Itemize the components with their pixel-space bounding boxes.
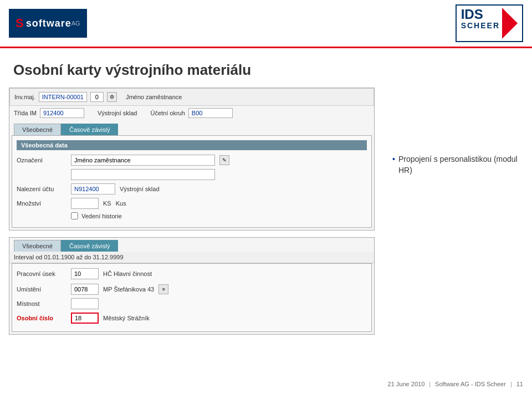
mp-label: MP Štefánikova 43: [103, 286, 154, 293]
section-header-1: Všeobecná data: [17, 140, 367, 150]
top-info-row2: Třída IM 912400 Výstrojní sklad Účetní o…: [9, 106, 374, 121]
mistnost-input[interactable]: [71, 298, 99, 309]
trida-label: Třída IM: [14, 110, 37, 116]
form-row-umisteni: Umístění MP Štefánikova 43 ≡: [17, 284, 367, 295]
ids-scheer-logo: IDS SCHEER: [456, 4, 523, 42]
ids-scheer-text-block: IDS SCHEER: [461, 8, 500, 39]
footer-page: 11: [516, 381, 523, 387]
mnozstvi-unit2: Kus: [116, 200, 126, 207]
footer-separator2: |: [510, 381, 512, 387]
top-info-bar: Inv.maj. INTERN-00001 0 ⚙ Jméno zaměstna…: [9, 88, 374, 106]
right-note: • Propojení s personalistikou (modul HR): [388, 88, 523, 335]
intern-value[interactable]: INTERN-00001: [39, 92, 87, 102]
form-row-osobni: Osobní číslo Městský Strážník: [17, 313, 367, 324]
interval-bar: Interval od 01.01.1900 až do 31.12.9999: [9, 252, 374, 263]
logo-ag-text: AG: [71, 20, 80, 27]
inv-maj-group: Inv.maj. INTERN-00001 0 ⚙: [14, 92, 117, 102]
ucetni-label: Účetní okruh: [150, 110, 185, 116]
pracovni-input[interactable]: [71, 268, 99, 279]
ucetni-value: B00: [188, 108, 233, 118]
form-row-nalezeni: Nalezení účtu Výstrojní sklad: [17, 183, 367, 195]
form-row-oznaceni: Označení ✎: [17, 155, 367, 166]
oznaceni-input2[interactable]: [71, 169, 215, 180]
form-row-oznaceni2: [17, 169, 367, 180]
edit-icon-2[interactable]: ≡: [158, 284, 168, 294]
tab-bar-1: Všeobecné Časově závislý: [9, 124, 374, 135]
inv-search-icon[interactable]: ⚙: [107, 92, 117, 102]
umisteni-input[interactable]: [71, 284, 99, 295]
trida-value: 912400: [40, 108, 84, 118]
osobni-input[interactable]: [71, 313, 99, 324]
tab-vseobecne-2[interactable]: Všeobecné: [14, 240, 61, 252]
ids-label: IDS: [461, 8, 500, 21]
logo-text: software: [26, 18, 71, 29]
jmeno-group: Jméno zaměstnance: [126, 94, 182, 100]
footer: 21 June 2010 | Software AG - IDS Scheer …: [388, 381, 523, 387]
oznaceni-input[interactable]: [71, 155, 215, 166]
vystrojni-label: Výstrojní sklad: [98, 110, 137, 116]
footer-separator: |: [429, 381, 431, 387]
mistnost-label: Místnost: [17, 300, 66, 307]
vystrojni-group: Výstrojní sklad: [98, 110, 137, 116]
edit-icon-1[interactable]: ✎: [219, 155, 229, 165]
tab-casove-2[interactable]: Časově závislý: [61, 240, 118, 252]
form-row-mistnost: Místnost: [17, 298, 367, 309]
software-ag-logo: S software AG: [9, 9, 87, 38]
main-content: Inv.maj. INTERN-00001 0 ⚙ Jméno zaměstna…: [0, 88, 532, 335]
nalezeni-text: Výstrojní sklad: [120, 186, 160, 192]
vedeni-row: Vedení historie: [17, 212, 367, 219]
footer-company: Software AG - IDS Scheer: [435, 381, 506, 387]
inv-maj-label: Inv.maj.: [14, 94, 35, 100]
osobni-label: Osobní číslo: [17, 315, 66, 321]
footer-date: 21 June 2010: [388, 381, 425, 387]
nalezeni-label: Nalezení účtu: [17, 186, 66, 192]
oznaceni-label: Označení: [17, 157, 66, 163]
umisteni-label: Umístění: [17, 286, 66, 293]
hc-label: HČ Hlavní činnost: [103, 270, 152, 277]
mnozstvi-input[interactable]: [71, 198, 99, 209]
vedeni-label: Vedení historie: [81, 213, 122, 219]
mestsky-label: Městský Strážník: [103, 315, 150, 321]
form-area: Inv.maj. INTERN-00001 0 ⚙ Jméno zaměstna…: [9, 88, 375, 335]
page-title: Osobní karty výstrojního materiálu: [13, 62, 519, 79]
bullet-text: Propojení s personalistikou (modul HR): [398, 154, 523, 176]
form-row-pracovni: Pracovní úsek HČ Hlavní činnost: [17, 268, 367, 279]
jmeno-label: Jméno zaměstnance: [126, 94, 182, 100]
header: S software AG IDS SCHEER: [0, 0, 532, 48]
ids-arrow-icon: [502, 8, 518, 39]
tab-casove-1[interactable]: Časově závislý: [61, 124, 118, 135]
scheer-label: SCHEER: [461, 21, 500, 30]
ucetni-group: Účetní okruh B00: [150, 108, 232, 118]
panel-2: Všeobecné Časově závislý Interval od 01.…: [9, 237, 375, 335]
tab-vseobecne-1[interactable]: Všeobecné: [14, 124, 61, 135]
inner-form-1: Všeobecná data Označení ✎ Nalezení účtu …: [12, 135, 372, 228]
vedeni-checkbox[interactable]: [71, 212, 78, 219]
tab-bar-2-wrapper: Všeobecné Časově závislý: [9, 238, 374, 252]
inner-form-2: Pracovní úsek HČ Hlavní činnost Umístění…: [12, 263, 372, 332]
form-row-mnozstvi: Množství KS Kus: [17, 198, 367, 209]
mnozstvi-label: Množství: [17, 200, 66, 207]
nalezeni-input[interactable]: [71, 183, 115, 195]
zero-value: 0: [90, 92, 104, 102]
page-title-area: Osobní karty výstrojního materiálu: [0, 48, 532, 88]
trida-group: Třída IM 912400: [14, 108, 84, 118]
panel-1: Inv.maj. INTERN-00001 0 ⚙ Jméno zaměstna…: [9, 88, 375, 231]
pracovni-label: Pracovní úsek: [17, 270, 66, 277]
bullet-icon: •: [392, 155, 395, 163]
bullet-note: • Propojení s personalistikou (modul HR): [392, 154, 523, 176]
logo-s-icon: S: [16, 16, 24, 30]
mnozstvi-unit1: KS: [103, 200, 111, 207]
